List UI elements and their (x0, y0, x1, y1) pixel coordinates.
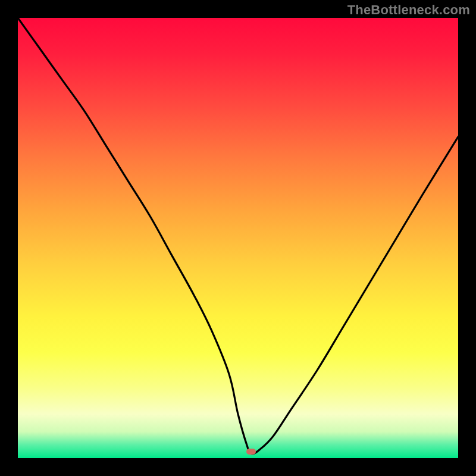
plot-area (18, 18, 458, 458)
curve-svg (18, 18, 458, 458)
bottleneck-curve (18, 18, 458, 454)
minimum-marker (246, 449, 256, 455)
watermark-text: TheBottleneck.com (347, 2, 470, 18)
chart-frame: TheBottleneck.com (0, 0, 476, 476)
